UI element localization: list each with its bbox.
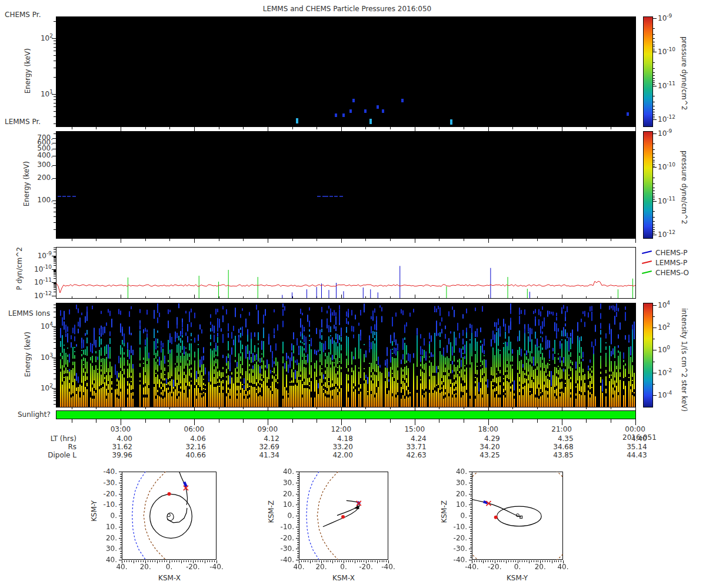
tick — [315, 560, 315, 562]
tick — [357, 560, 358, 562]
tick — [653, 153, 655, 154]
tick — [54, 278, 56, 279]
tick — [54, 404, 56, 405]
ephemeris-value: 43.85 — [532, 451, 574, 459]
tick — [499, 560, 500, 562]
magnetopause-curve — [317, 472, 338, 560]
panel4-ytick-label: 102 — [26, 383, 53, 392]
spectrogram-data-point — [382, 109, 384, 113]
ephemeris-value: 4.40 — [606, 435, 647, 443]
tick — [54, 364, 56, 365]
hour-tick-label: 12:00 — [328, 425, 354, 433]
hour-tick-label: 03:00 — [108, 425, 134, 433]
tick — [346, 560, 347, 562]
tick — [653, 49, 655, 49]
tick — [490, 560, 491, 562]
tick — [341, 239, 342, 243]
tick — [556, 560, 557, 562]
ephemeris-row-label-rs: Rs — [18, 443, 76, 451]
tick — [653, 235, 657, 235]
tick — [72, 407, 72, 409]
tick — [653, 160, 655, 161]
orbit-xtick-label: -40. — [459, 563, 485, 571]
tick — [611, 419, 611, 423]
colorbar-pressure-2 — [643, 131, 653, 239]
ephemeris-value: 40.66 — [165, 451, 206, 459]
hour-tick-label: 09:00 — [255, 425, 281, 433]
chems-pressure-spectrogram-panel — [56, 16, 636, 127]
tick — [341, 407, 342, 410]
panel2-ytick-label: 100. — [26, 196, 53, 204]
tick — [54, 289, 56, 290]
tick — [54, 305, 56, 305]
panel3-ytick-label: 10-11 — [25, 277, 52, 286]
tick — [586, 127, 587, 129]
tick — [145, 127, 146, 129]
tick — [653, 198, 655, 198]
tick — [219, 127, 219, 129]
tick — [653, 52, 657, 52]
tick — [194, 407, 195, 410]
tick — [212, 560, 212, 562]
trajectory-path — [472, 499, 521, 517]
tick — [348, 560, 349, 562]
tick — [145, 407, 146, 409]
tick — [54, 391, 56, 392]
tick — [54, 77, 56, 78]
tick — [488, 407, 489, 410]
tick — [341, 127, 342, 131]
tick — [52, 282, 56, 283]
tick — [339, 560, 339, 562]
tick — [304, 560, 304, 562]
lemms-p-line-swatch — [642, 260, 652, 264]
tick — [136, 560, 136, 562]
tick — [54, 389, 56, 390]
ephemeris-value: 33.71 — [385, 443, 427, 451]
tick — [292, 407, 293, 409]
tick — [174, 560, 175, 562]
tick — [292, 127, 293, 129]
tick — [653, 316, 655, 317]
tick — [317, 407, 317, 409]
tick — [54, 270, 56, 271]
spectrogram-data-point — [335, 113, 337, 117]
tick — [538, 560, 538, 562]
orbit-ytick-label: 20. — [445, 490, 467, 498]
tick — [326, 560, 327, 562]
tick — [537, 419, 538, 423]
tick — [531, 560, 532, 562]
tick — [653, 84, 655, 85]
direction-arrow — [354, 506, 359, 510]
orbit-ytick-label: 30. — [272, 479, 294, 487]
tick — [542, 560, 543, 562]
ephemeris-value: 44.43 — [606, 451, 647, 459]
tick — [415, 239, 415, 243]
tick — [653, 75, 655, 76]
tick — [562, 407, 562, 410]
tick — [635, 419, 636, 425]
colorbar1-unit-label: pressure dyne/cm^2 — [680, 36, 688, 110]
tick — [586, 239, 587, 241]
tick — [474, 560, 475, 562]
panel3-ytick-label: 10-12 — [25, 290, 52, 300]
tick — [150, 560, 151, 562]
tick — [54, 369, 56, 370]
tick — [464, 407, 464, 409]
tick — [586, 407, 587, 409]
tick — [54, 283, 56, 283]
orbit-xtick-label: 0. — [331, 563, 357, 571]
colorbar-tick-label: 10-9 — [658, 13, 672, 22]
spacecraft-dot-marker — [494, 516, 498, 519]
orbit-ytick-label: -10. — [272, 523, 294, 531]
spectrogram-data-point — [401, 99, 404, 102]
tick — [54, 292, 56, 292]
colorbar-tick-label: 10-12 — [658, 229, 675, 239]
trajectory-path — [323, 503, 359, 527]
tick — [653, 227, 655, 228]
orbit-xtick-label: -20. — [482, 563, 508, 571]
ephemeris-value: 39.96 — [91, 451, 132, 459]
orbit-xtick-label: -40. — [375, 563, 401, 571]
tick — [328, 560, 328, 562]
tick — [653, 34, 655, 35]
panel4-ytick-label: 103 — [26, 352, 53, 362]
